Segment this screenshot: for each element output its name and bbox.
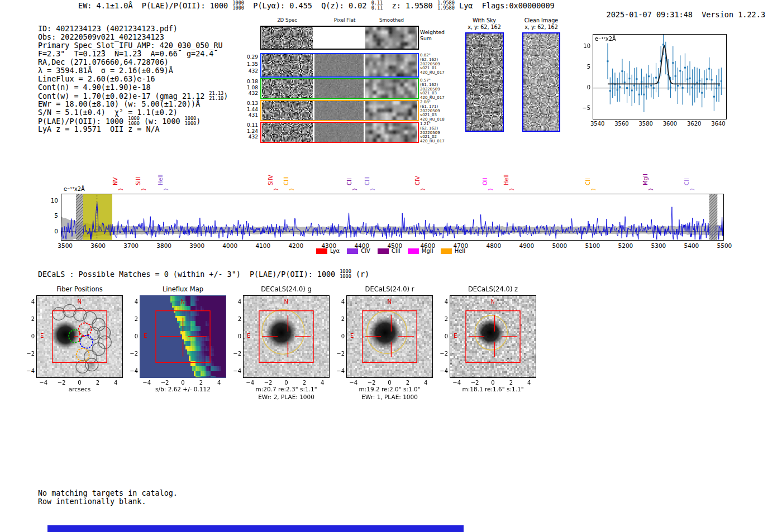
cutout-right-line: 420_RU_017 (420, 140, 448, 144)
emission-line-label-ciii: CIII (283, 176, 290, 185)
main-spectrum-canvas (61, 194, 723, 240)
panel-ytick: −4 (21, 368, 35, 374)
fit-plot-xtick: 3540 (589, 121, 606, 127)
cutout-2dspec-image (262, 79, 313, 98)
panel-caption: m:19.2 re:2.0" s:1.0" (336, 386, 444, 392)
spectrum-xtick: 3600 (87, 242, 109, 249)
emission-line-brace: { (352, 185, 357, 193)
line-fit-plot-canvas (593, 35, 726, 119)
panel-title-r: DECaLS(24.0) r (347, 285, 432, 293)
legend-label: CIII (392, 248, 400, 254)
spectrum-xtick: 4900 (516, 242, 538, 249)
panel-compass-east: E (454, 333, 457, 339)
emission-line-label-heii: HeII (158, 174, 164, 185)
cutout-left-value: 1.08 (245, 85, 258, 91)
info-line: LineFlux = 2.60(±0.63)e-16 (38, 75, 228, 83)
panel-caption: EWr: 1, PLAE: 1000 (336, 394, 444, 400)
panel-ytick: −2 (21, 351, 35, 357)
cutout-2dspec-image (262, 123, 313, 142)
with-sky-title: With Sky (462, 17, 507, 24)
panel-compass-north: N (78, 299, 82, 305)
cutout-left-value: 1.35 (245, 61, 258, 68)
fit-plot-ytick: 10 (578, 43, 590, 49)
panel-ytick: −2 (228, 351, 241, 357)
emission-line-label-oii: OII (482, 178, 489, 185)
panel-xtick: −4 (37, 380, 50, 386)
clean-image (523, 33, 559, 131)
fit-plot-ytick: 0 (578, 84, 590, 90)
panel-ytick: 2 (21, 316, 35, 322)
info-line: Cont(n) = 4.90(±1.90)e-18 (38, 83, 228, 92)
cutout-pixelflat-image (314, 101, 364, 120)
legend-swatch (441, 248, 452, 254)
emission-line-brace: { (141, 185, 146, 193)
text-segment: S/N = 5.1(±0.4) χ² = 1.1(±0.2) (38, 108, 178, 117)
footer-note: No matching targets in catalog. Row inte… (38, 489, 178, 506)
text-segment: P(LAE)/P(OII): 1000 (38, 117, 128, 126)
panel-ytick: 4 (125, 299, 138, 305)
panel-compass-east: E (247, 333, 250, 339)
stacked-fraction: 10001000 (232, 1, 244, 11)
panel-xtick: 2 (91, 380, 104, 386)
text-segment: F=2.3" T=0.12̄3 N=1.2̄3 A=0.66̄ g=24.4̄ (38, 50, 213, 58)
cutout-smoothed-image (365, 101, 417, 120)
panel-caption: s/b: 2.62 +/- 0.112 (129, 386, 237, 392)
text-segment: EWr = 18.00(±8.10) (w: 5.00(±1.20))Å (38, 100, 200, 108)
cutout-row (260, 26, 419, 50)
panel-ytick: 2 (331, 316, 345, 322)
text-segment: Cont(n) = 4.90(±1.90)e-18 (38, 83, 151, 92)
legend-label: MgII (422, 248, 433, 254)
clean-image-title-block: Clean Image x, y: 62, 162 (517, 17, 565, 30)
panel-ytick: 2 (228, 316, 241, 322)
stacked-fraction: 1.95801.9580 (437, 1, 455, 11)
bottom-blue-bar (47, 525, 464, 532)
cutout-left-value: 1.24 (245, 128, 258, 135)
elixer-report-page: EW: 4.1±1.0Å P(LAE)/P(OII): 1000 1000100… (0, 0, 782, 532)
panel-ytick: −2 (435, 351, 448, 357)
panel-ytick: −2 (125, 351, 138, 357)
panel-xtick: 2 (504, 380, 518, 386)
header-datetime-version: 2025-01-07 09:31:48 Version 1.22.3 (588, 1, 765, 28)
legend-swatch (378, 248, 389, 254)
panel-compass-east: E (144, 333, 147, 339)
panel-ytick: 2 (125, 316, 138, 322)
text-segment: LyA z = 1.9571 OII z = N/A (38, 125, 160, 133)
spectrum-xtick: 4800 (483, 242, 505, 249)
emission-line-brace: { (509, 185, 514, 193)
cutout-left-value: 0.11 (245, 122, 258, 128)
stacked-fraction: 21.1321.10 (209, 91, 223, 101)
cutout-row (260, 53, 419, 78)
stacked-fraction: 10001000 (185, 116, 197, 126)
info-line: Cont(w) = 1.70(±0.02)e-17 (gmag 21.12 21… (38, 92, 228, 100)
panel-xlabel-arcsecs: arcsecs (37, 386, 122, 392)
cutout-row-left-values: 0.181.08432 (245, 79, 258, 97)
text-segment: ) (196, 117, 201, 126)
info-line: Primary Spec_Slot_IFU_AMP: 420_030_050_R… (38, 41, 228, 50)
fraction-part: 21.10 (209, 96, 223, 101)
cutout-col-header-pixelflat: Pixel Flat (328, 17, 361, 23)
panel-xtick: −2 (55, 380, 68, 386)
cutout-row-right-info: 1.21"(62, 162)20220509v021_02420_RU_017 (420, 122, 448, 144)
fit-plot-ylabel: e⁻¹⁷x2Å (595, 36, 616, 42)
emission-line-label-heii: HeII (503, 174, 510, 185)
cutout-col-header-2dspec: 2D Spec (270, 17, 304, 23)
panel-ytick: 4 (228, 299, 241, 305)
cutout-left-value: 1.44 (245, 107, 258, 113)
fraction-part: 0.11 (371, 6, 383, 11)
cutout-row (260, 100, 419, 121)
text-segment: ) (223, 92, 228, 100)
fraction-part: 1000 (128, 121, 140, 126)
legend-swatch (408, 248, 419, 254)
emission-line-brace: { (689, 185, 695, 193)
spectrum-legend: LyαCIVCIIIMgIIHeII (316, 248, 465, 254)
spectrum-ytick: 10 (47, 197, 58, 204)
spectrum-xtick: 5400 (680, 242, 703, 249)
emission-line-label-siiv: SiIV (268, 175, 274, 185)
panel-ytick: −4 (435, 368, 448, 374)
panel-ytick: 0 (331, 333, 345, 339)
panel-xtick: −4 (140, 380, 154, 386)
panel-xtick: −4 (347, 380, 360, 386)
panel-compass-north: N (491, 299, 495, 305)
panel-xtick: 4 (212, 380, 226, 386)
emission-line-label-civ: CIV (414, 176, 421, 185)
